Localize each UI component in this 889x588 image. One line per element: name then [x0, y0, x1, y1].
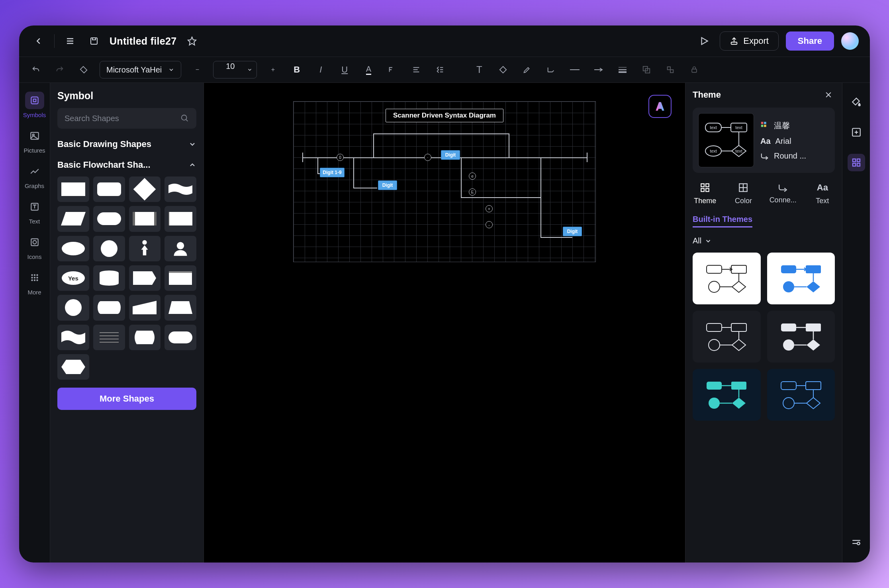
- theme-card-6[interactable]: [767, 369, 835, 421]
- shape-cylinder-h[interactable]: [93, 295, 125, 320]
- rail-symbols[interactable]: Symbols: [22, 88, 47, 122]
- rail-graphs[interactable]: Graphs: [22, 159, 47, 192]
- arrow-ends-button[interactable]: [591, 62, 607, 78]
- play-button[interactable]: [696, 33, 713, 49]
- connector-button[interactable]: [543, 62, 559, 78]
- file-title[interactable]: Untitled file27: [110, 35, 176, 47]
- save-icon[interactable]: [86, 33, 102, 49]
- circle-dot[interactable]: ·: [424, 154, 431, 161]
- insert-tool[interactable]: [848, 123, 865, 141]
- circle-minus2[interactable]: -: [486, 221, 493, 228]
- theme-card-5[interactable]: [693, 369, 761, 421]
- share-button[interactable]: Share: [786, 31, 834, 51]
- shape-insert-button[interactable]: [495, 62, 511, 78]
- ai-badge[interactable]: [648, 95, 672, 118]
- shape-display[interactable]: [129, 325, 161, 350]
- italic-button[interactable]: I: [313, 62, 329, 78]
- redo-button[interactable]: [52, 62, 68, 78]
- circle-0[interactable]: 0: [337, 154, 344, 161]
- tab-color[interactable]: Color: [731, 182, 756, 205]
- shape-rectangle[interactable]: [57, 176, 89, 202]
- align-button[interactable]: [408, 62, 424, 78]
- shape-pill[interactable]: [164, 325, 196, 350]
- group-button[interactable]: [638, 62, 654, 78]
- circle-e[interactable]: e: [469, 172, 476, 180]
- bold-button[interactable]: B: [289, 62, 305, 78]
- shape-trapezoid[interactable]: [164, 295, 196, 320]
- tab-theme[interactable]: Theme: [693, 182, 717, 205]
- export-button[interactable]: Export: [720, 31, 779, 51]
- underline-button[interactable]: U: [337, 62, 352, 78]
- lock-button[interactable]: [686, 62, 702, 78]
- favorite-button[interactable]: [184, 33, 200, 49]
- shape-cylinder[interactable]: [93, 265, 125, 291]
- theme-tool[interactable]: [848, 154, 865, 171]
- shape-note[interactable]: [93, 325, 125, 350]
- font-size-decrease[interactable]: −: [189, 62, 205, 78]
- line-style-button[interactable]: [567, 62, 583, 78]
- font-family-select[interactable]: Microsoft YaHei: [100, 61, 181, 78]
- shape-yes[interactable]: Yes: [57, 265, 89, 291]
- shape-manual-op[interactable]: [129, 295, 161, 320]
- theme-card-3[interactable]: [693, 311, 761, 363]
- settings-tool[interactable]: [848, 534, 865, 551]
- category-basic-flowchart[interactable]: Basic Flowchart Sha...: [57, 160, 196, 170]
- menu-button[interactable]: [62, 33, 78, 49]
- tab-text[interactable]: AaText: [810, 182, 835, 205]
- node-digit-b[interactable]: Digit: [441, 150, 460, 160]
- node-digit-c[interactable]: Digit: [563, 227, 582, 236]
- shape-card[interactable]: [164, 206, 196, 231]
- fill-tool[interactable]: [848, 93, 865, 111]
- shape-diamond[interactable]: [129, 176, 161, 202]
- theme-filter[interactable]: All: [693, 236, 835, 245]
- undo-button[interactable]: [28, 62, 44, 78]
- rail-more[interactable]: More: [22, 266, 47, 299]
- theme-preview[interactable]: text text text text: [698, 113, 754, 167]
- circle-E[interactable]: E: [469, 188, 476, 196]
- font-color-button[interactable]: A: [360, 62, 376, 78]
- text-tool-button[interactable]: T: [471, 62, 487, 78]
- canvas[interactable]: Scanner Driven Syntax Diagram: [204, 83, 685, 563]
- theme-card-1[interactable]: [693, 253, 761, 304]
- ungroup-button[interactable]: [662, 62, 678, 78]
- link-builtin[interactable]: Built-in Themes: [693, 215, 752, 227]
- rail-text[interactable]: Text: [22, 195, 47, 228]
- shape-flag[interactable]: [129, 265, 161, 291]
- category-basic-drawing[interactable]: Basic Drawing Shapes: [57, 139, 196, 149]
- format-painter-button[interactable]: [76, 62, 92, 78]
- line-weight-button[interactable]: [615, 62, 631, 78]
- shape-wave[interactable]: [164, 176, 196, 202]
- line-spacing-button[interactable]: [432, 62, 448, 78]
- theme-card-2[interactable]: [767, 253, 835, 304]
- node-digit-a[interactable]: Digit: [378, 180, 397, 190]
- shape-circle2[interactable]: [57, 295, 89, 320]
- shape-person-icon[interactable]: [129, 236, 161, 261]
- text-case-button[interactable]: [384, 62, 400, 78]
- shape-data-store[interactable]: [164, 265, 196, 291]
- rail-pictures[interactable]: Pictures: [22, 124, 47, 157]
- font-size-select[interactable]: 10: [213, 61, 257, 78]
- shape-ellipse[interactable]: [57, 236, 89, 261]
- more-shapes-button[interactable]: More Shapes: [57, 388, 196, 410]
- font-size-increase[interactable]: +: [265, 62, 281, 78]
- shape-tape[interactable]: [57, 325, 89, 350]
- close-panel-button[interactable]: [822, 88, 835, 101]
- shape-subroutine[interactable]: [129, 206, 161, 231]
- avatar[interactable]: [841, 32, 859, 50]
- shape-parallelogram[interactable]: [57, 206, 89, 231]
- shape-hexagon[interactable]: [57, 354, 89, 380]
- diagram[interactable]: Scanner Driven Syntax Diagram: [293, 101, 596, 262]
- highlight-button[interactable]: [519, 62, 535, 78]
- search-input[interactable]: Search Shapes: [57, 108, 196, 129]
- back-button[interactable]: [30, 33, 47, 49]
- node-digit19[interactable]: Digit 1-9: [320, 168, 345, 177]
- export-label: Export: [743, 36, 769, 46]
- shape-user-icon[interactable]: [164, 236, 196, 261]
- shape-stadium[interactable]: [93, 206, 125, 231]
- tab-connector[interactable]: Conne...: [770, 182, 797, 205]
- theme-card-4[interactable]: [767, 311, 835, 363]
- circle-plus[interactable]: +: [486, 205, 493, 212]
- rail-icons[interactable]: Icons: [22, 230, 47, 263]
- shape-round-rect[interactable]: [93, 176, 125, 202]
- shape-circle[interactable]: [93, 236, 125, 261]
